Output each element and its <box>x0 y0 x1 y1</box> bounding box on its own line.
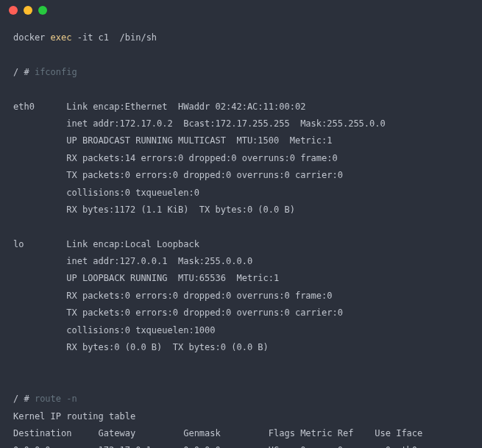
lo-line1: lo Link encap:Local Loopback <box>13 239 199 249</box>
ifconfig-command: ifconfig <box>35 67 77 77</box>
route-columns: Destination Gateway Genmask Flags Metric… <box>13 428 422 438</box>
lo-line7: RX bytes:0 (0.0 B) TX bytes:0 (0.0 B) <box>13 342 269 352</box>
maximize-icon[interactable] <box>38 6 47 15</box>
docker-exec-keyword: exec <box>51 32 72 43</box>
eth0-line3: UP BROADCAST RUNNING MULTICAST MTU:1500 … <box>13 135 332 146</box>
lo-line6: collisions:0 txqueuelen:1000 <box>13 325 216 335</box>
lo-line4: RX packets:0 errors:0 dropped:0 overruns… <box>13 291 332 301</box>
eth0-line2: inet addr:172.17.0.2 Bcast:172.17.255.25… <box>13 118 386 129</box>
shell-prompt: / # <box>13 67 35 77</box>
lo-line2: inet addr:127.0.0.1 Mask:255.0.0.0 <box>13 256 252 266</box>
eth0-line4: RX packets:14 errors:0 dropped:0 overrun… <box>13 153 338 163</box>
route-row-1: 0.0.0.0 172.17.0.1 0.0.0.0 UG 0 0 0 eth0 <box>13 445 417 448</box>
terminal-output: docker exec -it c1 /bin/sh / # ifconfig … <box>0 21 482 448</box>
eth0-line7: RX bytes:1172 (1.1 KiB) TX bytes:0 (0.0 … <box>13 205 295 215</box>
docker-command-prefix: docker <box>13 32 51 43</box>
route-command: route -n <box>35 394 77 404</box>
lo-line5: TX packets:0 errors:0 dropped:0 overruns… <box>13 307 343 318</box>
eth0-line6: collisions:0 txqueuelen:0 <box>13 188 199 198</box>
eth0-line1: eth0 Link encap:Ethernet HWaddr 02:42:AC… <box>13 102 305 112</box>
route-header: Kernel IP routing table <box>13 411 135 422</box>
window-titlebar <box>0 0 482 21</box>
eth0-line5: TX packets:0 errors:0 dropped:0 overruns… <box>13 170 343 180</box>
shell-prompt: / # <box>13 394 35 404</box>
lo-line3: UP LOOPBACK RUNNING MTU:65536 Metric:1 <box>13 273 279 283</box>
docker-command-suffix: -it c1 /bin/sh <box>71 32 157 43</box>
minimize-icon[interactable] <box>24 6 32 15</box>
close-icon[interactable] <box>9 6 18 15</box>
